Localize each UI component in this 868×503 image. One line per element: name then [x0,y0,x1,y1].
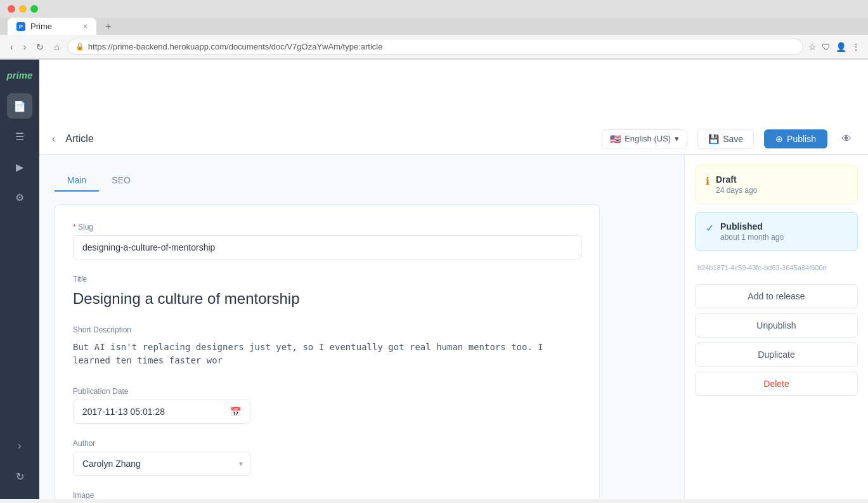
slug-input[interactable] [73,235,581,259]
lock-icon: 🔒 [75,42,84,51]
forward-nav-button[interactable]: › [21,39,29,55]
published-icon: ✓ [706,222,714,234]
chevron-down-icon: ▾ [675,134,679,143]
calendar-icon: 📅 [230,407,241,417]
sidebar-item-settings[interactable]: ⚙ [7,185,32,210]
delete-button[interactable]: Delete [695,372,858,396]
pub-date-label: Publication Date [73,387,581,396]
sidebar: prime 📄 ☰ ▶ ⚙ › ↻ [0,60,39,499]
short-desc-label: Short Description [73,325,581,334]
published-status-label: Published [720,221,784,232]
list-icon: ☰ [15,131,24,143]
slug-group: Slug [73,223,581,259]
sidebar-refresh-button[interactable]: ↻ [7,464,32,489]
chevron-right-icon: › [18,440,21,452]
tab-favicon: P [16,22,25,31]
short-desc-group: Short Description But AI isn't replacing… [73,325,581,372]
menu-button[interactable]: ⋮ [852,42,860,52]
slug-label: Slug [73,223,581,232]
title-input[interactable] [73,287,581,310]
save-button[interactable]: 💾 Save [697,129,754,149]
save-label: Save [723,134,743,144]
draft-status-label: Draft [716,174,757,185]
publish-icon: ⊕ [775,134,783,144]
content-panel: Main SEO Slug Title [39,155,684,499]
sidebar-collapse-button[interactable]: › [7,433,32,459]
user-avatar[interactable]: 👤 [836,42,846,52]
short-desc-input[interactable]: But AI isn't replacing designers just ye… [73,338,581,370]
language-label: English (US) [625,134,671,143]
form-card: Slug Title Short Description But AI isn'… [55,204,600,499]
settings-icon: ⚙ [15,192,24,204]
draft-status-card: ℹ Draft 24 days ago [695,165,858,204]
flag-icon: 🇺🇸 [610,134,621,144]
tab-main[interactable]: Main [55,170,99,192]
draft-icon: ℹ [706,175,709,187]
sidebar-item-document[interactable]: 📄 [7,93,32,119]
main-area: Main SEO Slug Title [39,155,868,499]
publish-button[interactable]: ⊕ Publish [764,129,827,148]
preview-button[interactable]: 👁 [838,129,855,148]
date-input[interactable] [82,407,230,417]
unpublish-button[interactable]: Unpublish [695,313,858,337]
sidebar-item-terminal[interactable]: ▶ [7,154,32,180]
tab-seo-label: SEO [112,175,131,185]
save-icon: 💾 [708,134,719,144]
published-status-time: about 1 month ago [720,233,784,242]
author-group: Author Carolyn Zhang ▾ [73,439,581,476]
tab-title: Prime [30,22,52,31]
tab-close-button[interactable]: × [83,22,87,31]
shield-icon: 🛡 [822,42,831,52]
draft-status-time: 24 days ago [716,186,757,195]
image-label: Image [73,491,581,499]
app-header: ‹ Article 🇺🇸 English (US) ▾ 💾 Save ⊕ Pub… [39,123,868,155]
close-window-dot[interactable] [8,5,15,13]
browser-tab[interactable]: P Prime × [8,18,96,35]
date-input-wrapper: 📅 [73,400,250,424]
home-button[interactable]: ⌂ [51,39,62,55]
author-select[interactable]: Carolyn Zhang [73,452,250,476]
reload-button[interactable]: ↻ [34,39,46,55]
image-group: Image [73,491,581,499]
back-nav-button[interactable]: ‹ [8,39,16,55]
title-group: Title [73,275,581,310]
tab-bar: Main SEO [55,170,669,192]
address-bar[interactable]: 🔒 https://prime-backend.herokuapp.com/do… [67,39,803,55]
document-icon: 📄 [13,100,26,112]
author-label: Author [73,439,581,448]
published-status-card: ✓ Published about 1 month ago [695,212,858,251]
new-tab-button[interactable]: + [100,18,116,35]
duplicate-button[interactable]: Duplicate [695,343,858,367]
document-id: b24b1871-4c59-43fe-bd63-3645a84f600e [695,259,858,277]
language-selector[interactable]: 🇺🇸 English (US) ▾ [602,129,687,148]
terminal-icon: ▶ [16,161,23,173]
page-title: Article [65,133,93,145]
sidebar-item-list[interactable]: ☰ [7,124,32,149]
minimize-window-dot[interactable] [19,5,27,13]
maximize-window-dot[interactable] [30,5,38,13]
right-panel: ℹ Draft 24 days ago ✓ Published about 1 … [684,155,868,499]
tab-main-label: Main [67,175,86,185]
title-label: Title [73,275,581,284]
app-logo: prime [7,70,33,81]
add-to-release-button[interactable]: Add to release [695,284,858,308]
tab-seo[interactable]: SEO [99,170,143,192]
back-button[interactable]: ‹ [52,133,55,145]
url-text: https://prime-backend.herokuapp.com/docu… [88,42,383,51]
pub-date-group: Publication Date 📅 [73,387,581,424]
publish-label: Publish [787,134,816,144]
bookmark-button[interactable]: ☆ [808,42,817,52]
refresh-icon: ↻ [16,471,24,483]
author-select-wrapper: Carolyn Zhang ▾ [73,452,250,476]
